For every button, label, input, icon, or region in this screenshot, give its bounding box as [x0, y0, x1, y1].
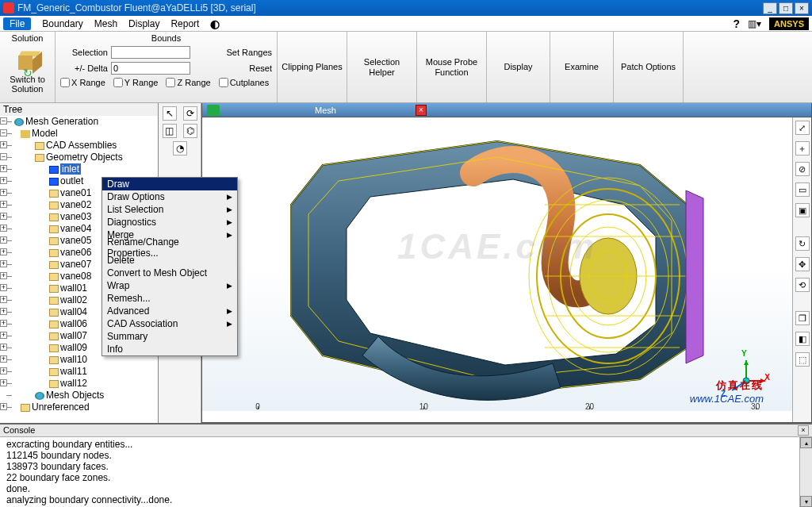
delta-input[interactable]	[111, 62, 190, 75]
mesh-render	[202, 117, 792, 411]
dropdown-icon[interactable]: ◐	[210, 17, 220, 30]
mouse-probe-button[interactable]: Mouse Probe Function	[417, 32, 487, 102]
ctx-rename-change-properties-[interactable]: Rename/Change Properties...	[102, 241, 237, 254]
context-menu[interactable]: DrawDraw Options▶List Selection▶Diagnost…	[102, 177, 238, 356]
set-ranges-button[interactable]: Set Ranges	[227, 48, 272, 57]
svg-marker-10	[744, 360, 749, 365]
tree-header: Tree	[0, 103, 158, 116]
ctx-list-selection[interactable]: List Selection▶	[102, 203, 237, 216]
ansys-logo: ANSYS	[769, 17, 809, 30]
app-icon	[3, 2, 14, 13]
ctx-diagnostics[interactable]: Diagnostics▶	[102, 216, 237, 229]
ctx-summary[interactable]: Summary	[102, 330, 237, 343]
tree-item-cad-assemblies[interactable]: +CAD Assemblies	[3, 140, 158, 152]
console-close-icon[interactable]: ×	[798, 425, 809, 436]
minimize-button[interactable]: _	[763, 2, 777, 14]
help-icon[interactable]: ?	[733, 17, 741, 30]
ctx-info[interactable]: Info	[102, 343, 237, 355]
tree-item-wall12[interactable]: +wall12	[3, 378, 158, 390]
watermark: 仿真在线 www.1CAE.com	[690, 378, 764, 405]
tree-item-model[interactable]: −Model	[3, 128, 158, 140]
db-tool-icon[interactable]: ⌬	[183, 124, 197, 138]
solution-group-label: Solution	[12, 33, 44, 43]
selection-input[interactable]	[111, 46, 190, 59]
menu-report[interactable]: Report	[170, 18, 199, 29]
ribbon-toolbar: Solution ↻ Switch to Solution Bounds Sel…	[0, 32, 812, 103]
ctx-convert-to-mesh-object[interactable]: Convert to Mesh Object	[102, 267, 237, 279]
tab-close-button[interactable]: ×	[416, 105, 427, 116]
examine-button[interactable]: Examine	[550, 32, 614, 102]
orbit-tool-icon[interactable]: ⟳	[183, 106, 197, 121]
tree-item-wall11[interactable]: +wall11	[3, 366, 158, 378]
tree-item-geometry-objects[interactable]: −Geometry Objects	[3, 152, 158, 163]
ctx-cad-association[interactable]: CAD Association▶	[102, 317, 237, 330]
mesh-tab-label[interactable]: Mesh	[315, 106, 336, 115]
console-header: Console	[3, 425, 35, 436]
menu-display[interactable]: Display	[128, 18, 159, 29]
viewport-tab: Mesh ×	[202, 103, 811, 117]
cursor-tool-icon[interactable]: ↖	[163, 106, 177, 121]
clipping-planes-button[interactable]: Clipping Planes	[278, 32, 347, 102]
close-button[interactable]: ×	[795, 2, 809, 14]
zrange-checkbox[interactable]: Z Range	[166, 78, 210, 87]
tree-item-mesh-generation[interactable]: −Mesh Generation	[3, 116, 158, 128]
camera-icon[interactable]: ▣	[795, 203, 810, 217]
window-title: FM_Generic_Combustor Fluent@aYaDELLi5 [3…	[17, 2, 763, 13]
delta-label: +/- Delta	[60, 63, 108, 73]
menu-boundary[interactable]: Boundary	[42, 18, 82, 29]
switch-solution-icon[interactable]: ↻	[15, 49, 40, 71]
select-tool-icon[interactable]: ◫	[163, 124, 177, 138]
window-titlebar: FM_Generic_Combustor Fluent@aYaDELLi5 [3…	[0, 0, 812, 16]
ctx-delete[interactable]: Delete	[102, 254, 237, 267]
cutplanes-checkbox[interactable]: Cutplanes	[219, 78, 270, 87]
console-panel: Console× excracting boundary entities...…	[0, 423, 812, 507]
yrange-checkbox[interactable]: Y Range	[113, 78, 159, 87]
pan-icon[interactable]: ✥	[795, 257, 810, 271]
selection-helper-button[interactable]: Selection Helper	[347, 32, 417, 102]
ribbon-bounds-group: Bounds Selection Set Ranges +/- Delta Re…	[56, 32, 278, 102]
render-canvas[interactable]: 1CAE.com X Y Z 0 10 20 30	[202, 117, 792, 411]
lasso-tool-icon[interactable]: ◔	[173, 141, 187, 156]
zoom-in-icon[interactable]: ＋	[795, 141, 810, 156]
console-scrollbar[interactable]: ▴▾	[799, 437, 812, 507]
fit-view-icon[interactable]: ⤢	[795, 121, 810, 135]
viewport[interactable]: Mesh ×	[201, 103, 812, 423]
refresh-icon[interactable]: ↻	[795, 236, 810, 251]
ctx-wrap[interactable]: Wrap▶	[102, 279, 237, 292]
view-toolbar-right: ⤢ ＋ ⊘ ▭ ▣ ↻ ✥ ⟲ ❐ ◧ ⬚	[792, 117, 811, 422]
menubar: File Boundary Mesh Display Report ◐ ? ▥▾…	[0, 16, 812, 32]
display-button[interactable]: Display	[487, 32, 550, 102]
layout-icon[interactable]: ▥▾	[748, 18, 761, 29]
menu-file[interactable]: File	[3, 17, 31, 30]
cube-view-icon[interactable]: ⬚	[795, 352, 810, 367]
console-output[interactable]: excracting boundary entities... 112145 b…	[0, 437, 812, 507]
ctx-advanced[interactable]: Advanced▶	[102, 305, 237, 317]
tree-item-unreferenced[interactable]: +Unreferenced	[3, 401, 158, 413]
menu-mesh[interactable]: Mesh	[94, 18, 117, 29]
zoom-out-icon[interactable]: ⊘	[795, 162, 810, 176]
ctx-remesh-[interactable]: Remesh...	[102, 292, 237, 305]
bounds-group-label: Bounds	[60, 33, 272, 43]
maximize-button[interactable]: □	[779, 2, 793, 14]
selection-label: Selection	[60, 48, 108, 57]
tree-item-inlet[interactable]: +inlet	[3, 163, 158, 175]
copy-view-icon[interactable]: ❐	[795, 311, 810, 325]
rotate-icon[interactable]: ⟲	[795, 278, 810, 292]
iso-view-icon[interactable]: ◧	[795, 332, 810, 346]
ctx-draw[interactable]: Draw	[102, 178, 237, 190]
ribbon-solution-group: Solution ↻ Switch to Solution	[0, 32, 56, 102]
patch-options-button[interactable]: Patch Options	[614, 32, 684, 102]
ruler-scale: 0 10 20 30	[258, 400, 760, 409]
xrange-checkbox[interactable]: X Range	[60, 78, 105, 87]
zoom-box-icon[interactable]: ▭	[795, 182, 810, 197]
tree-item-mesh-objects[interactable]: Mesh Objects	[3, 390, 158, 401]
ctx-draw-options[interactable]: Draw Options▶	[102, 190, 237, 203]
reset-button[interactable]: Reset	[249, 63, 272, 73]
mesh-tab-icon[interactable]	[207, 105, 220, 116]
